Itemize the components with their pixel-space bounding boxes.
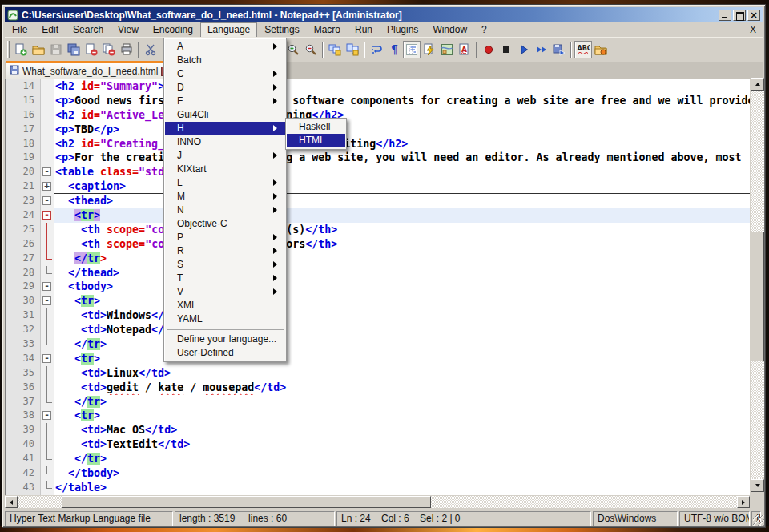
scroll-down-button[interactable] xyxy=(751,479,764,492)
line-number[interactable]: 29 xyxy=(6,280,41,294)
language-menu-item-c[interactable]: C xyxy=(165,67,285,81)
menubar-item-settings[interactable]: Settings xyxy=(257,22,306,38)
language-menu-item-m[interactable]: M xyxy=(165,190,285,204)
fold-marker[interactable] xyxy=(41,194,54,208)
fold-marker[interactable] xyxy=(41,208,54,223)
code-text[interactable]: </tr> xyxy=(54,337,750,352)
code-text[interactable]: <th scope="col">Operating system(s)</th> xyxy=(54,223,750,237)
language-menu-item-objective-c[interactable]: Objective-C xyxy=(165,217,285,231)
maximize-button[interactable] xyxy=(733,10,746,21)
language-menu-item-yaml[interactable]: YAML xyxy=(165,312,285,326)
code-text[interactable]: </tr> xyxy=(54,452,750,466)
document-map-icon[interactable] xyxy=(438,41,456,58)
code-text[interactable]: <thead> xyxy=(54,194,750,208)
line-number[interactable]: 18 xyxy=(6,137,41,151)
language-menu-item-f[interactable]: F xyxy=(165,95,285,108)
code-text[interactable]: </tr> xyxy=(54,395,750,409)
line-number[interactable]: 16 xyxy=(6,108,41,123)
function-completion-icon[interactable] xyxy=(421,41,438,58)
code-text[interactable]: <tr> xyxy=(54,294,750,308)
code-text[interactable]: </table> xyxy=(54,481,750,495)
fold-marker[interactable] xyxy=(41,294,54,308)
cut-icon[interactable] xyxy=(142,41,159,58)
line-number[interactable]: 31 xyxy=(6,308,41,323)
language-menu-item-j[interactable]: J xyxy=(165,149,285,163)
code-text[interactable]: <h2 id="Active_Learning">Active Learning… xyxy=(54,108,750,123)
horizontal-scroll-thumb[interactable] xyxy=(62,496,431,508)
scroll-up-button[interactable] xyxy=(751,78,764,91)
menubar-item-edit[interactable]: Edit xyxy=(34,22,66,38)
line-number[interactable]: 33 xyxy=(6,337,41,352)
code-text[interactable]: <td>Notepad</td> xyxy=(54,323,750,337)
close-button[interactable] xyxy=(747,10,760,21)
language-submenu-item-html[interactable]: HTML xyxy=(287,134,345,147)
vertical-scrollbar[interactable] xyxy=(751,78,764,492)
zoom-in-icon[interactable] xyxy=(284,41,302,58)
document-monitor-icon[interactable] xyxy=(592,41,610,58)
line-number[interactable]: 19 xyxy=(6,151,41,165)
menubar-item-search[interactable]: Search xyxy=(66,22,111,38)
scroll-right-button[interactable] xyxy=(737,496,750,508)
line-number[interactable]: 20 xyxy=(6,165,41,179)
language-menu-item-inno[interactable]: INNO xyxy=(165,135,285,149)
macro-run-multiple-icon[interactable] xyxy=(533,41,550,58)
code-text[interactable]: </thead> xyxy=(54,266,750,280)
word-wrap-icon[interactable] xyxy=(368,41,385,58)
code-text[interactable]: <td>Mac OS</td> xyxy=(54,423,750,437)
sync-horizontal-scrolling-icon[interactable] xyxy=(344,41,361,58)
code-text[interactable]: <td>Windows</td> xyxy=(54,308,750,323)
save-all-icon[interactable] xyxy=(65,41,83,58)
menubar-item-run[interactable]: Run xyxy=(348,22,380,38)
menubar-item-encoding[interactable]: Encoding xyxy=(146,22,200,38)
code-text[interactable]: <tbody> xyxy=(54,280,750,294)
menubar-item-macro[interactable]: Macro xyxy=(307,22,348,38)
document-close-button[interactable]: X xyxy=(743,24,763,35)
spell-check-icon[interactable]: ABC xyxy=(574,41,592,58)
menubar-item-window[interactable]: Window xyxy=(425,22,474,38)
code-text[interactable]: <p>For the creation and later editing a … xyxy=(54,151,750,165)
macro-stop-icon[interactable] xyxy=(497,41,515,58)
line-number[interactable]: 25 xyxy=(6,223,41,237)
language-menu-item-r[interactable]: R xyxy=(165,244,285,258)
macro-save-icon[interactable] xyxy=(550,41,568,58)
language-menu-item-xml[interactable]: XML xyxy=(165,299,285,312)
show-all-characters-icon[interactable]: ¶ xyxy=(385,41,403,58)
toolbar-grip[interactable] xyxy=(7,41,10,58)
code-text[interactable]: </tr> xyxy=(54,252,750,266)
language-menu-item-batch[interactable]: Batch xyxy=(165,54,285,67)
line-number[interactable]: 36 xyxy=(6,381,41,395)
save-icon[interactable] xyxy=(47,41,65,58)
language-menu-item-user-defined[interactable]: User-Defined xyxy=(165,346,285,360)
language-menu-item-v[interactable]: V xyxy=(165,285,285,299)
minimize-button[interactable] xyxy=(719,10,731,21)
line-number[interactable]: 28 xyxy=(6,266,41,280)
close-all-icon[interactable] xyxy=(100,41,118,58)
zoom-out-icon[interactable] xyxy=(302,41,320,58)
code-text[interactable]: <caption> xyxy=(54,179,750,194)
menubar-item-plugins[interactable]: Plugins xyxy=(380,22,425,38)
line-number[interactable]: 23 xyxy=(6,194,41,208)
language-submenu-item-haskell[interactable]: Haskell xyxy=(287,120,345,134)
line-number[interactable]: 24 xyxy=(6,208,41,223)
line-number[interactable]: 34 xyxy=(6,352,41,366)
macro-play-icon[interactable] xyxy=(515,41,533,58)
menubar-item-view[interactable]: View xyxy=(111,22,146,38)
line-number[interactable]: 35 xyxy=(6,366,41,381)
fold-marker[interactable] xyxy=(41,280,54,294)
code-text[interactable]: <h2 id="Summary">Summary</h2> xyxy=(54,79,750,94)
line-number[interactable]: 32 xyxy=(6,323,41,337)
code-text[interactable]: <td>Linux</td> xyxy=(54,366,750,381)
line-number[interactable]: 40 xyxy=(6,437,41,452)
menubar-item-file[interactable]: File xyxy=(5,22,34,38)
fold-marker[interactable] xyxy=(41,179,54,194)
line-number[interactable]: 21 xyxy=(6,179,41,194)
line-number[interactable]: 26 xyxy=(6,237,41,252)
code-text[interactable]: <th scope="col">Recommended editors</th> xyxy=(54,237,750,252)
line-number[interactable]: 30 xyxy=(6,294,41,308)
line-number[interactable]: 27 xyxy=(6,252,41,266)
print-icon[interactable] xyxy=(118,41,135,58)
language-menu-item-t[interactable]: T xyxy=(165,272,285,285)
language-menu-item-d[interactable]: D xyxy=(165,81,285,95)
sync-vertical-scrolling-icon[interactable] xyxy=(326,41,344,58)
resize-grip[interactable] xyxy=(753,515,764,526)
